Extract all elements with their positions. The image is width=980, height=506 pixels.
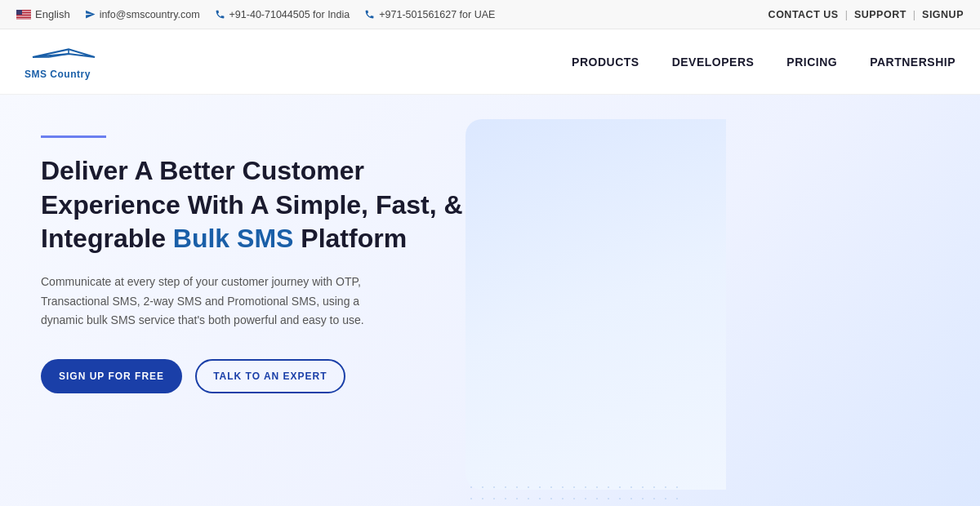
support-link[interactable]: SUPPORT <box>854 9 906 20</box>
phone-uae-text: +971-501561627 for UAE <box>379 9 495 20</box>
separator-2: | <box>913 9 915 20</box>
nav-pricing[interactable]: PRICING <box>786 55 837 69</box>
hero-accent-line <box>41 135 106 138</box>
phone-india-info: +91-40-71044505 for India <box>215 9 350 20</box>
phone-india-text: +91-40-71044505 for India <box>229 9 350 20</box>
us-flag-icon <box>16 10 31 20</box>
dot-grid <box>466 482 678 506</box>
nav-partnership[interactable]: PARTNERSHIP <box>870 55 956 69</box>
top-bar: English info@smscountry.com +91-40-71044… <box>0 0 980 29</box>
svg-rect-5 <box>16 16 31 16</box>
svg-rect-6 <box>16 17 31 18</box>
svg-rect-4 <box>16 15 31 16</box>
email-info: info@smscountry.com <box>85 9 200 20</box>
hero-buttons: SIGN UP FOR FREE TALK TO AN EXPERT <box>41 359 466 393</box>
hero-section: Deliver A Better Customer Experience Wit… <box>0 95 980 506</box>
phone-uae-icon <box>364 9 375 20</box>
hero-title: Deliver A Better Customer Experience Wit… <box>41 154 466 256</box>
phone-uae-info: +971-501561627 for UAE <box>364 9 495 20</box>
contact-us-link[interactable]: CONTACT US <box>768 9 839 20</box>
hero-bg-shape <box>466 119 726 490</box>
hero-subtitle: Communicate at every step of your custom… <box>41 273 392 331</box>
top-bar-left: English info@smscountry.com +91-40-71044… <box>16 8 495 20</box>
logo[interactable]: SMS Country <box>24 44 106 80</box>
email-icon <box>85 9 96 20</box>
nav-developers[interactable]: DEVELOPERS <box>672 55 755 69</box>
separator-1: | <box>845 9 848 20</box>
language-selector[interactable]: English <box>16 8 70 20</box>
language-label: English <box>35 8 70 20</box>
nav-links: PRODUCTS DEVELOPERS PRICING PARTNERSHIP <box>572 55 956 69</box>
svg-rect-7 <box>16 18 31 19</box>
hero-right <box>466 119 939 490</box>
signup-free-button[interactable]: SIGN UP FOR FREE <box>41 359 182 393</box>
top-bar-right: CONTACT US | SUPPORT | SIGNUP <box>768 9 964 20</box>
hero-title-highlight: Bulk SMS <box>173 224 294 253</box>
navbar: SMS Country PRODUCTS DEVELOPERS PRICING … <box>0 29 980 95</box>
svg-rect-8 <box>16 10 22 15</box>
logo-text: SMS Country <box>24 69 91 80</box>
email-text: info@smscountry.com <box>100 9 200 20</box>
nav-products[interactable]: PRODUCTS <box>572 55 639 69</box>
phone-india-icon <box>215 9 225 20</box>
logo-icon <box>24 44 106 67</box>
hero-left: Deliver A Better Customer Experience Wit… <box>41 119 466 393</box>
talk-expert-button[interactable]: TALK TO AN EXPERT <box>195 359 345 393</box>
signup-link[interactable]: SIGNUP <box>922 9 964 20</box>
